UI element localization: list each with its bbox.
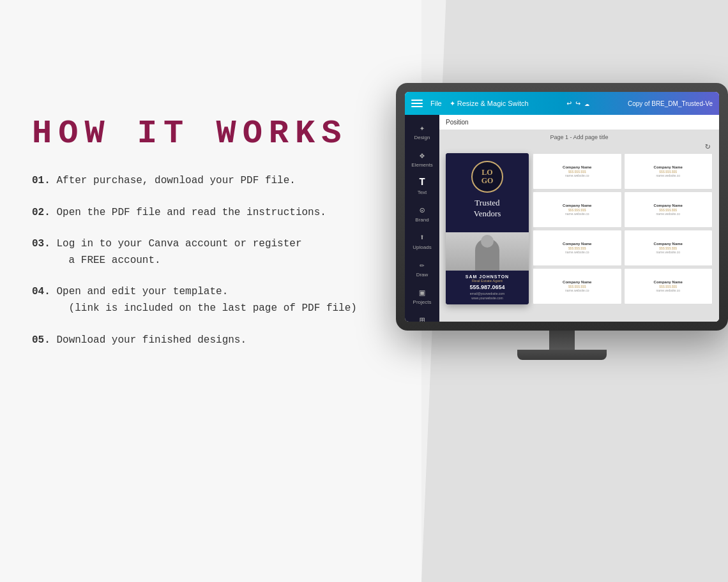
trusted-vendors-text: TrustedVendors	[453, 198, 521, 225]
main-design-card: LOGO TrustedVendors	[446, 153, 529, 304]
list-item: 03. Log in to your Canva account or regi…	[32, 236, 377, 269]
vendor-cell-1: Company Name $$$.$$$.$$$ name.website.co	[533, 153, 622, 190]
vendor-cell-2: Company Name $$$.$$$.$$$ name.website.co	[624, 153, 713, 190]
position-label: Position	[446, 119, 469, 126]
vendor-contact: name.website.co	[565, 250, 589, 254]
undo-icon[interactable]: ↩	[567, 98, 572, 108]
head-silhouette	[481, 235, 494, 248]
sidebar-label-uploads: Uploads	[413, 244, 431, 250]
canva-canvas-area: Position Page 1 - Add page title	[439, 115, 719, 322]
vendor-name: Company Name	[563, 165, 591, 169]
canvas-workspace: Page 1 - Add page title LOGO Tr	[439, 130, 719, 322]
apps-icon: ⊞	[416, 314, 428, 322]
monitor-screen: File ✦ Resize & Magic Switch ↩ ↪ ☁ Copy …	[405, 92, 719, 322]
sidebar-item-brand[interactable]: ⊙ Brand	[407, 201, 437, 226]
vendor-contact: name.website.co	[656, 174, 680, 177]
cloud-save-icon: ☁	[584, 98, 589, 108]
agent-info-section: SAM JOHNSTON Real Estate Agent 555.987.0…	[446, 271, 529, 304]
vendor-cell-5: Company Name $$$.$$$.$$$ name.website.co	[533, 230, 622, 266]
vendor-name: Company Name	[654, 280, 683, 284]
step-number-2: 02.	[32, 207, 50, 218]
text-icon: T	[416, 177, 428, 188]
position-bar: Position	[439, 115, 719, 130]
step-text-4: Open and edit your template. (link is in…	[32, 286, 357, 314]
list-item: 01. After purchase, download your PDF fi…	[32, 173, 377, 190]
redo-icon[interactable]: ↪	[575, 98, 580, 108]
sidebar-label-brand: Brand	[415, 217, 428, 223]
list-item: 05. Download your finished designs.	[32, 332, 377, 349]
sidebar-item-text[interactable]: T Text	[407, 174, 437, 198]
vendor-contact: name.website.co	[565, 288, 589, 292]
sidebar-item-apps[interactable]: ⊞ Apps	[407, 311, 437, 322]
vendor-cell-7: Company Name $$$.$$$.$$$ name.website.co	[533, 268, 622, 304]
steps-list: 01. After purchase, download your PDF fi…	[32, 173, 377, 348]
draw-icon: ✏	[416, 259, 428, 271]
monitor-neck	[549, 331, 575, 350]
step-number-5: 05.	[32, 334, 50, 346]
vendor-cell-3: Company Name $$$.$$$.$$$ name.website.co	[533, 191, 622, 228]
brand-icon: ⊙	[416, 204, 428, 216]
canva-sidebar: ✦ Design ❖ Elements T Text	[405, 115, 439, 322]
uploads-icon: ⬆	[416, 232, 428, 243]
agent-name: SAM JOHNSTON	[448, 274, 526, 279]
step-number-4: 04.	[32, 286, 50, 297]
vendor-grid: Company Name $$$.$$$.$$$ name.website.co…	[533, 153, 713, 304]
sidebar-label-design: Design	[414, 135, 430, 140]
sidebar-label-projects: Projects	[413, 299, 432, 305]
vendor-name: Company Name	[654, 204, 683, 207]
refresh-icon[interactable]: ↻	[705, 140, 715, 151]
logo-text: LOGO	[482, 168, 494, 185]
agent-contact: email@yourwebsite.comwww.yourwebsite.com	[448, 292, 526, 301]
file-menu[interactable]: File	[430, 100, 442, 107]
design-icon: ✦	[416, 122, 428, 133]
page-title: HOW IT WORKS	[32, 115, 377, 153]
sidebar-label-text: Text	[418, 190, 427, 195]
vendor-cell-8: Company Name $$$.$$$.$$$ name.website.co	[624, 268, 713, 304]
design-card-header: LOGO TrustedVendors	[446, 153, 529, 232]
list-item: 02. Open the PDF file and read the instr…	[32, 205, 377, 221]
canva-interface: File ✦ Resize & Magic Switch ↩ ↪ ☁ Copy …	[405, 92, 719, 322]
vendor-name: Company Name	[563, 280, 591, 284]
vendor-name: Company Name	[563, 242, 591, 246]
page-indicator: Page 1 - Add page title	[550, 134, 608, 140]
step-text-5: Download your finished designs.	[56, 334, 246, 346]
sidebar-item-uploads[interactable]: ⬆ Uploads	[407, 228, 437, 253]
vendor-name: Company Name	[563, 204, 591, 207]
canva-main: ✦ Design ❖ Elements T Text	[405, 115, 719, 322]
agent-title: Real Estate Agent	[448, 279, 526, 283]
vendor-name: Company Name	[654, 165, 683, 169]
sidebar-label-elements: Elements	[411, 162, 432, 168]
document-title: Copy of BRE_DM_Trusted-Ve	[628, 100, 713, 107]
agent-photo-area	[446, 232, 529, 271]
agent-phone: 555.987.0654	[448, 284, 526, 290]
vendor-contact: name.website.co	[656, 212, 680, 216]
vendor-contact: name.website.co	[565, 212, 589, 216]
hamburger-icon[interactable]	[411, 100, 423, 107]
step-text-2: Open the PDF file and read the instructi…	[56, 207, 326, 218]
left-content: HOW IT WORKS 01. After purchase, downloa…	[0, 0, 409, 582]
step-number-1: 01.	[32, 175, 50, 186]
monitor-stand	[396, 331, 728, 360]
sidebar-label-draw: Draw	[416, 272, 428, 278]
sidebar-item-projects[interactable]: ▣ Projects	[407, 283, 437, 308]
elements-icon: ❖	[416, 149, 428, 161]
vendor-cell-4: Company Name $$$.$$$.$$$ name.website.co	[624, 191, 713, 228]
logo-circle: LOGO	[471, 161, 503, 193]
vendor-cell-6: Company Name $$$.$$$.$$$ name.website.co	[624, 230, 713, 266]
vendor-contact: name.website.co	[656, 288, 680, 292]
sidebar-item-draw[interactable]: ✏ Draw	[407, 256, 437, 281]
monitor-mockup: File ✦ Resize & Magic Switch ↩ ↪ ☁ Copy …	[377, 83, 728, 360]
vendor-contact: name.website.co	[565, 174, 589, 177]
monitor-body: File ✦ Resize & Magic Switch ↩ ↪ ☁ Copy …	[396, 83, 728, 331]
vendor-contact: name.website.co	[656, 250, 680, 254]
step-number-3: 03.	[32, 238, 50, 250]
design-layout: LOGO TrustedVendors	[446, 143, 713, 304]
projects-icon: ▣	[416, 287, 428, 298]
sidebar-item-design[interactable]: ✦ Design	[407, 119, 437, 144]
list-item: 04. Open and edit your template. (link i…	[32, 284, 377, 317]
sidebar-item-elements[interactable]: ❖ Elements	[407, 146, 437, 171]
magic-switch-button[interactable]: ✦ Resize & Magic Switch	[450, 100, 529, 108]
vendor-name: Company Name	[654, 242, 683, 246]
step-text-3: Log in to your Canva account or register…	[32, 238, 301, 266]
monitor: File ✦ Resize & Magic Switch ↩ ↪ ☁ Copy …	[396, 83, 728, 360]
